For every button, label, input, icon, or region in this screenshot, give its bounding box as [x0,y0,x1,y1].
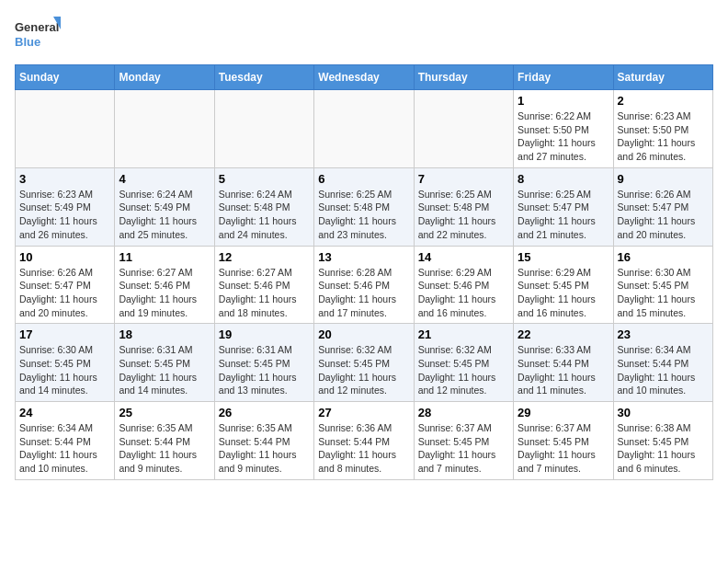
day-number: 26 [219,406,310,419]
calendar-cell: 20Sunrise: 6:32 AM Sunset: 5:45 PM Dayli… [314,324,414,402]
day-info: Sunrise: 6:23 AM Sunset: 5:50 PM Dayligh… [618,109,709,164]
calendar-cell: 2Sunrise: 6:23 AM Sunset: 5:50 PM Daylig… [613,90,712,168]
calendar-cell [16,90,115,168]
calendar-cell: 5Sunrise: 6:24 AM Sunset: 5:48 PM Daylig… [214,167,313,246]
calendar-cell: 11Sunrise: 6:27 AM Sunset: 5:46 PM Dayli… [115,246,214,324]
day-header-friday: Friday [514,65,613,90]
day-number: 4 [119,172,210,186]
day-info: Sunrise: 6:31 AM Sunset: 5:45 PM Dayligh… [219,343,310,397]
day-number: 11 [119,250,210,264]
day-info: Sunrise: 6:27 AM Sunset: 5:46 PM Dayligh… [219,266,310,320]
day-info: Sunrise: 6:33 AM Sunset: 5:44 PM Dayligh… [518,343,609,397]
calendar-cell: 9Sunrise: 6:26 AM Sunset: 5:47 PM Daylig… [613,167,712,246]
calendar-cell: 28Sunrise: 6:37 AM Sunset: 5:45 PM Dayli… [414,402,513,480]
day-info: Sunrise: 6:24 AM Sunset: 5:48 PM Dayligh… [219,188,310,242]
day-info: Sunrise: 6:26 AM Sunset: 5:47 PM Dayligh… [618,188,709,242]
day-number: 1 [518,94,609,108]
day-number: 30 [618,406,709,419]
calendar-cell: 19Sunrise: 6:31 AM Sunset: 5:45 PM Dayli… [214,324,313,402]
calendar-week-5: 24Sunrise: 6:34 AM Sunset: 5:44 PM Dayli… [16,402,713,480]
day-number: 19 [219,327,310,341]
day-info: Sunrise: 6:35 AM Sunset: 5:44 PM Dayligh… [119,421,210,476]
day-info: Sunrise: 6:25 AM Sunset: 5:48 PM Dayligh… [318,188,409,242]
calendar-cell: 3Sunrise: 6:23 AM Sunset: 5:49 PM Daylig… [16,167,115,246]
day-number: 9 [618,172,709,186]
day-info: Sunrise: 6:29 AM Sunset: 5:45 PM Dayligh… [518,266,609,320]
calendar-cell: 4Sunrise: 6:24 AM Sunset: 5:49 PM Daylig… [115,167,214,246]
day-info: Sunrise: 6:32 AM Sunset: 5:45 PM Dayligh… [318,343,409,397]
day-info: Sunrise: 6:37 AM Sunset: 5:45 PM Dayligh… [418,421,509,476]
calendar-week-1: 1Sunrise: 6:22 AM Sunset: 5:50 PM Daylig… [16,90,713,168]
calendar-week-2: 3Sunrise: 6:23 AM Sunset: 5:49 PM Daylig… [16,167,713,246]
day-info: Sunrise: 6:26 AM Sunset: 5:47 PM Dayligh… [19,266,110,320]
day-info: Sunrise: 6:25 AM Sunset: 5:48 PM Dayligh… [418,188,509,242]
calendar-cell [314,90,414,168]
logo: General Blue [15,15,61,53]
day-number: 17 [19,327,110,341]
calendar-cell: 25Sunrise: 6:35 AM Sunset: 5:44 PM Dayli… [115,402,214,480]
calendar-week-3: 10Sunrise: 6:26 AM Sunset: 5:47 PM Dayli… [16,246,713,324]
day-header-sunday: Sunday [16,65,115,90]
calendar-cell: 27Sunrise: 6:36 AM Sunset: 5:44 PM Dayli… [314,402,414,480]
day-info: Sunrise: 6:28 AM Sunset: 5:46 PM Dayligh… [318,266,409,320]
calendar-cell: 6Sunrise: 6:25 AM Sunset: 5:48 PM Daylig… [314,167,414,246]
day-header-monday: Monday [115,65,214,90]
day-info: Sunrise: 6:24 AM Sunset: 5:49 PM Dayligh… [119,188,210,242]
day-info: Sunrise: 6:32 AM Sunset: 5:45 PM Dayligh… [418,343,509,397]
day-number: 16 [618,250,709,264]
calendar-cell: 26Sunrise: 6:35 AM Sunset: 5:44 PM Dayli… [214,402,313,480]
day-number: 23 [618,327,709,341]
calendar-cell: 30Sunrise: 6:38 AM Sunset: 5:45 PM Dayli… [613,402,712,480]
calendar-cell: 22Sunrise: 6:33 AM Sunset: 5:44 PM Dayli… [514,324,613,402]
calendar-cell: 17Sunrise: 6:30 AM Sunset: 5:45 PM Dayli… [16,324,115,402]
day-number: 3 [19,172,110,186]
day-number: 27 [318,406,409,419]
calendar-cell: 12Sunrise: 6:27 AM Sunset: 5:46 PM Dayli… [214,246,313,324]
day-info: Sunrise: 6:34 AM Sunset: 5:44 PM Dayligh… [618,343,709,397]
calendar-cell: 8Sunrise: 6:25 AM Sunset: 5:47 PM Daylig… [514,167,613,246]
calendar-table: SundayMondayTuesdayWednesdayThursdayFrid… [15,64,713,480]
day-info: Sunrise: 6:23 AM Sunset: 5:49 PM Dayligh… [19,188,110,242]
calendar-cell: 16Sunrise: 6:30 AM Sunset: 5:45 PM Dayli… [613,246,712,324]
day-number: 20 [318,327,409,341]
svg-text:Blue: Blue [15,35,40,49]
day-number: 13 [318,250,409,264]
day-number: 15 [518,250,609,264]
calendar-cell: 1Sunrise: 6:22 AM Sunset: 5:50 PM Daylig… [514,90,613,168]
day-number: 8 [518,172,609,186]
logo-svg: General Blue [15,15,61,53]
calendar-cell: 13Sunrise: 6:28 AM Sunset: 5:46 PM Dayli… [314,246,414,324]
calendar-cell: 29Sunrise: 6:37 AM Sunset: 5:45 PM Dayli… [514,402,613,480]
day-number: 10 [19,250,110,264]
calendar-cell: 14Sunrise: 6:29 AM Sunset: 5:46 PM Dayli… [414,246,513,324]
calendar-week-4: 17Sunrise: 6:30 AM Sunset: 5:45 PM Dayli… [16,324,713,402]
day-header-saturday: Saturday [613,65,712,90]
calendar-cell [214,90,313,168]
day-number: 6 [318,172,409,186]
calendar-cell: 21Sunrise: 6:32 AM Sunset: 5:45 PM Dayli… [414,324,513,402]
day-number: 28 [418,406,509,419]
day-header-tuesday: Tuesday [214,65,313,90]
day-number: 14 [418,250,509,264]
day-info: Sunrise: 6:35 AM Sunset: 5:44 PM Dayligh… [219,421,310,476]
day-info: Sunrise: 6:37 AM Sunset: 5:45 PM Dayligh… [518,421,609,476]
day-number: 5 [219,172,310,186]
day-info: Sunrise: 6:29 AM Sunset: 5:46 PM Dayligh… [418,266,509,320]
day-info: Sunrise: 6:30 AM Sunset: 5:45 PM Dayligh… [19,343,110,397]
day-number: 25 [119,406,210,419]
day-info: Sunrise: 6:34 AM Sunset: 5:44 PM Dayligh… [19,421,110,476]
day-info: Sunrise: 6:22 AM Sunset: 5:50 PM Dayligh… [518,109,609,164]
day-number: 7 [418,172,509,186]
day-header-thursday: Thursday [414,65,513,90]
day-info: Sunrise: 6:36 AM Sunset: 5:44 PM Dayligh… [318,421,409,476]
day-info: Sunrise: 6:27 AM Sunset: 5:46 PM Dayligh… [119,266,210,320]
day-number: 12 [219,250,310,264]
day-number: 22 [518,327,609,341]
day-info: Sunrise: 6:30 AM Sunset: 5:45 PM Dayligh… [618,266,709,320]
day-info: Sunrise: 6:38 AM Sunset: 5:45 PM Dayligh… [618,421,709,476]
page-header: General Blue [15,15,713,53]
calendar-cell [115,90,214,168]
calendar-cell: 15Sunrise: 6:29 AM Sunset: 5:45 PM Dayli… [514,246,613,324]
calendar-cell: 24Sunrise: 6:34 AM Sunset: 5:44 PM Dayli… [16,402,115,480]
calendar-header-row: SundayMondayTuesdayWednesdayThursdayFrid… [16,65,713,90]
